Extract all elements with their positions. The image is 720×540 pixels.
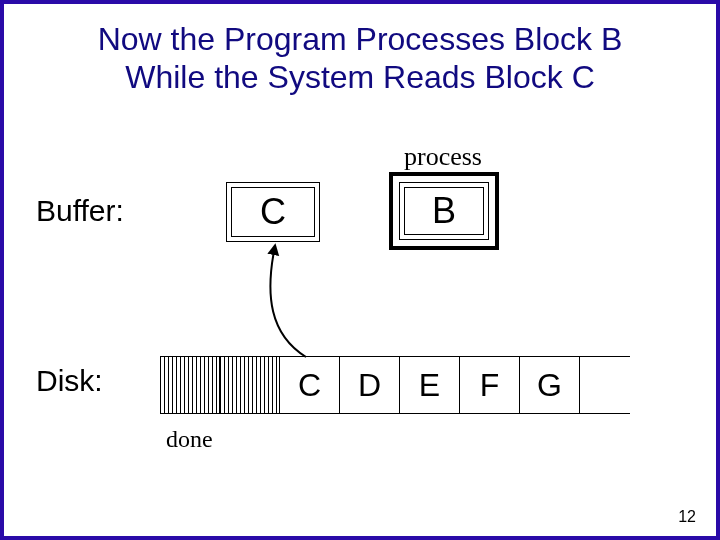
disk-cell-empty: [580, 357, 630, 413]
diagram-stage: Buffer: Disk: process C B C D E F G done: [4, 144, 716, 536]
title-line-2: While the System Reads Block C: [125, 59, 595, 95]
slide-title: Now the Program Processes Block B While …: [4, 4, 716, 97]
arrow-disk-to-buffer: [234, 239, 324, 364]
disk-cell: C: [280, 357, 340, 413]
disk-cell: F: [460, 357, 520, 413]
disk-cell: D: [340, 357, 400, 413]
disk-cell: G: [520, 357, 580, 413]
title-line-1: Now the Program Processes Block B: [98, 21, 623, 57]
buffer-slot-b: B: [389, 172, 499, 250]
done-label: done: [166, 426, 213, 453]
process-label: process: [404, 142, 482, 172]
disk-cell-text: E: [419, 367, 440, 404]
buffer-slot-b-text: B: [432, 190, 456, 232]
disk-cell-done-a: [160, 357, 220, 413]
disk-label: Disk:: [36, 364, 103, 398]
buffer-slot-b-inner: B: [404, 187, 484, 235]
buffer-slot-c-text: C: [260, 191, 286, 233]
disk-cell-text: F: [480, 367, 500, 404]
buffer-slot-c: C: [226, 182, 320, 242]
disk-cell-text: D: [358, 367, 381, 404]
disk-cell-text: G: [537, 367, 562, 404]
disk-cell-text: C: [298, 367, 321, 404]
buffer-label: Buffer:: [36, 194, 124, 228]
page-number: 12: [678, 508, 696, 526]
disk-cell-done-b: [220, 357, 280, 413]
disk-cell: E: [400, 357, 460, 413]
disk-strip: C D E F G: [160, 356, 630, 414]
